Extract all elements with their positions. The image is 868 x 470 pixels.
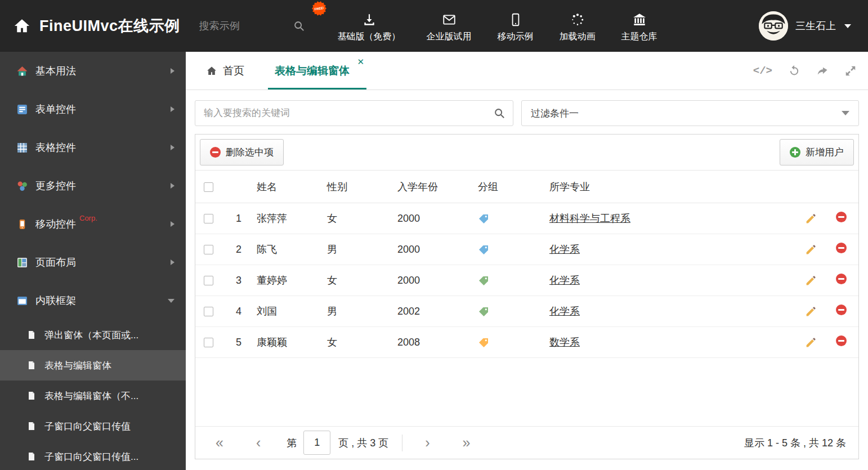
edit-icon[interactable] — [805, 306, 817, 317]
home-icon — [17, 66, 28, 77]
open-new-window-icon[interactable] — [816, 65, 829, 77]
page-number-input[interactable] — [303, 431, 330, 455]
major-link[interactable]: 化学系 — [549, 275, 580, 286]
sidebar-item-inline-frame[interactable]: 内联框架 — [0, 281, 186, 320]
row-checkbox[interactable] — [204, 214, 213, 223]
record-summary: 显示 1 - 5 条 , 共 12 条 — [744, 436, 846, 450]
home-icon — [14, 17, 30, 34]
table-row: 5 康颖颖 女 2008 数学系 — [195, 327, 858, 358]
sidebar-item-label: 表格控件 — [35, 141, 76, 154]
sidebar: 基本用法 表单控件 表格控件 更多控件 移动控件 Corp. 页面布局 内联框架… — [0, 52, 186, 470]
sidebar-item-label: 表单控件 — [35, 102, 76, 116]
refresh-icon[interactable] — [788, 65, 800, 77]
chevron-right-icon — [171, 106, 175, 112]
sidebar-item-more-controls[interactable]: 更多控件 — [0, 167, 186, 205]
caret-down-icon — [844, 24, 851, 28]
row-checkbox[interactable] — [204, 245, 213, 254]
nav-item-enterprise-trial[interactable]: 企业版试用 — [427, 9, 472, 43]
sidebar-subitem-child-to-parent[interactable]: 子窗口向父窗口传值 — [0, 411, 186, 441]
delete-icon[interactable] — [836, 274, 847, 284]
corp-badge: Corp. — [79, 214, 97, 222]
chevron-right-icon — [171, 221, 175, 227]
user-menu[interactable]: 三生石上 — [759, 11, 868, 41]
filter-dropdown[interactable]: 过滤条件一 — [521, 100, 859, 126]
cell-gender: 男 — [316, 305, 387, 318]
tab-bar: 首页 表格与编辑窗体 ✕ </> — [186, 52, 868, 90]
cell-gender: 男 — [316, 243, 387, 256]
row-checkbox[interactable] — [204, 276, 213, 285]
sidebar-item-page-layout[interactable]: 页面布局 — [0, 243, 186, 281]
select-all-checkbox[interactable] — [204, 182, 213, 192]
next-page-icon[interactable]: › — [425, 436, 429, 450]
tag-icon — [478, 213, 489, 225]
major-link[interactable]: 材料科学与工程系 — [549, 213, 630, 224]
first-page-icon[interactable]: « — [216, 436, 223, 450]
major-link[interactable]: 化学系 — [549, 306, 580, 317]
cell-name: 张萍萍 — [246, 212, 316, 225]
delete-icon[interactable] — [836, 305, 847, 315]
row-checkbox[interactable] — [204, 307, 213, 316]
chevron-right-icon — [171, 145, 175, 150]
major-link[interactable]: 化学系 — [549, 244, 580, 255]
sidebar-item-form-controls[interactable]: 表单控件 — [0, 90, 186, 128]
cell-gender: 女 — [316, 212, 387, 225]
delete-selected-button[interactable]: 删除选中项 — [200, 139, 284, 165]
search-icon[interactable] — [293, 20, 305, 32]
plus-circle-icon — [790, 147, 800, 158]
home-icon — [206, 65, 217, 77]
last-page-icon[interactable]: » — [463, 436, 471, 450]
sidebar-subitem-child-to-parent-2[interactable]: 子窗口向父窗口传值... — [0, 441, 186, 470]
edit-icon[interactable] — [805, 244, 817, 256]
pager-divider — [402, 435, 402, 451]
row-checkbox[interactable] — [204, 338, 213, 347]
sidebar-subitem-popup-window[interactable]: 弹出窗体（本页面或... — [0, 320, 186, 350]
frame-icon — [17, 296, 28, 306]
delete-icon[interactable] — [836, 335, 847, 346]
row-number: 4 — [225, 306, 246, 317]
table-header-row: 姓名 性别 入学年份 分组 所学专业 — [195, 171, 858, 203]
major-link[interactable]: 数学系 — [549, 337, 580, 348]
add-user-button[interactable]: 新增用户 — [780, 139, 854, 165]
sidebar-subitem-label: 弹出窗体（本页面或... — [44, 329, 138, 342]
top-header: FineUIMvc在线示例 FREE! 基础版（免费） 企业版试用 移动示例 加… — [0, 0, 868, 52]
table-row: 4 刘国 男 2002 化学系 — [195, 296, 858, 327]
view-source-icon[interactable]: </> — [753, 65, 772, 77]
nav-item-mobile-demo[interactable]: 移动示例 — [498, 9, 534, 43]
sidebar-item-label: 基本用法 — [35, 64, 76, 78]
keyword-search-input[interactable] — [195, 100, 513, 126]
brand[interactable]: FineUIMvc在线示例 — [0, 16, 180, 36]
sidebar-item-mobile-controls[interactable]: 移动控件 Corp. — [0, 205, 186, 243]
search-icon[interactable] — [493, 107, 505, 119]
cell-year: 2002 — [387, 306, 467, 317]
prev-page-icon[interactable]: ‹ — [256, 436, 261, 450]
grid-icon — [17, 142, 28, 153]
grid-toolbar: 删除选中项 新增用户 — [195, 135, 858, 171]
button-label: 新增用户 — [806, 146, 844, 159]
sidebar-subitem-grid-edit-window-2[interactable]: 表格与编辑窗体（不... — [0, 381, 186, 411]
sidebar-item-basic-usage[interactable]: 基本用法 — [0, 52, 186, 90]
delete-icon[interactable] — [836, 212, 847, 222]
tab-label: 表格与编辑窗体 — [275, 64, 350, 78]
nav-item-basic-free[interactable]: FREE! 基础版（免费） — [338, 9, 401, 43]
header-search-input[interactable] — [199, 20, 283, 32]
tab-home[interactable]: 首页 — [199, 52, 251, 89]
cell-name: 刘国 — [246, 305, 316, 318]
column-header-group: 分组 — [467, 180, 539, 194]
sidebar-subitem-grid-edit-window[interactable]: 表格与编辑窗体 — [0, 350, 186, 381]
nav-label: 移动示例 — [498, 31, 534, 43]
nav-item-loading-animations[interactable]: 加载动画 — [560, 9, 596, 43]
table-row: 3 董婷婷 女 2000 化学系 — [195, 265, 858, 296]
caret-down-icon — [842, 111, 849, 115]
edit-icon[interactable] — [805, 213, 817, 225]
cell-year: 2008 — [387, 337, 467, 348]
edit-icon[interactable] — [805, 275, 817, 287]
tab-grid-edit-window[interactable]: 表格与编辑窗体 ✕ — [268, 52, 366, 89]
edit-icon[interactable] — [805, 337, 817, 348]
delete-icon[interactable] — [836, 243, 847, 253]
sidebar-subitem-label: 表格与编辑窗体 — [44, 359, 111, 372]
nav-item-theme-repo[interactable]: 主题仓库 — [621, 9, 657, 43]
minus-circle-icon — [210, 147, 221, 158]
sidebar-item-grid-controls[interactable]: 表格控件 — [0, 128, 186, 167]
fullscreen-icon[interactable] — [844, 65, 857, 77]
close-icon[interactable]: ✕ — [357, 57, 364, 67]
